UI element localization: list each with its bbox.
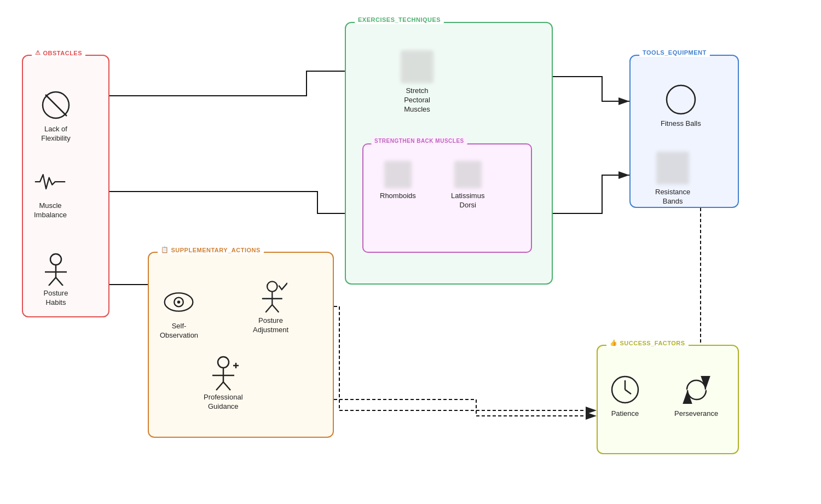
- muscle-imbalance-node: Muscle Imbalance: [34, 165, 67, 220]
- posture-adjustment-label: Posture Adjustment: [253, 316, 288, 335]
- svg-line-17: [272, 304, 279, 312]
- exercises-group: EXERCISES_TECHNIQUES Stretch Pectoral Mu…: [345, 22, 553, 285]
- patience-node: Patience: [609, 373, 641, 419]
- rhomboids-label: Rhomboids: [380, 192, 416, 201]
- latissimus-image: [454, 161, 482, 188]
- svg-line-16: [265, 304, 272, 312]
- lack-flexibility-label: Lack of Flexibility: [41, 125, 70, 143]
- lack-flexibility-node: Lack of Flexibility: [39, 89, 72, 143]
- exercises-label: EXERCISES_TECHNIQUES: [355, 15, 444, 24]
- canvas: Posture Adjustment (inside supplementary…: [0, 0, 821, 504]
- svg-line-27: [625, 390, 631, 394]
- muscle-imbalance-icon: [34, 165, 67, 198]
- self-observation-label: Self- Observation: [160, 322, 198, 340]
- posture-habits-icon: [39, 253, 72, 286]
- posture-adjustment-icon: [255, 280, 287, 313]
- supplementary-label: 📋 SUPPLEMENTARY_ACTIONS: [158, 245, 264, 254]
- self-observation-node: Self- Observation: [160, 286, 198, 340]
- posture-habits-node: Posture Habits: [39, 253, 72, 308]
- patience-label: Patience: [611, 409, 639, 419]
- thumbsup-icon: 👍: [610, 339, 618, 346]
- posture-habits-label: Posture Habits: [44, 289, 68, 308]
- svg-line-8: [56, 277, 63, 286]
- latissimus-node: Latissimus Dorsi: [451, 161, 484, 210]
- patience-icon: [609, 373, 641, 406]
- obstacles-group: ⚠ OBSTACLES Lack of Flexibility Muscle I…: [22, 55, 109, 317]
- resistance-bands-node: Resistance Bands: [655, 152, 690, 206]
- svg-line-21: [216, 382, 223, 390]
- fitness-balls-label: Fitness Balls: [661, 119, 701, 129]
- stretch-pectoral-image: [401, 50, 433, 83]
- svg-point-18: [218, 357, 229, 368]
- svg-point-4: [50, 254, 61, 265]
- perseverance-label: Perseverance: [674, 409, 718, 419]
- fitness-balls-icon: [664, 83, 697, 116]
- perseverance-node: Perseverance: [674, 373, 718, 419]
- posture-adjustment-node: Posture Adjustment: [253, 280, 288, 335]
- clipboard-icon: 📋: [161, 246, 169, 253]
- success-group: 👍 SUCCESS_FACTORS Patience: [597, 345, 739, 454]
- svg-point-12: [177, 300, 181, 304]
- resistance-bands-image: [656, 152, 689, 184]
- professional-guidance-node: Professional Guidance: [204, 357, 243, 412]
- svg-point-13: [267, 281, 277, 291]
- professional-guidance-icon: [207, 357, 240, 390]
- svg-line-3: [45, 95, 67, 116]
- self-observation-icon: [163, 286, 195, 318]
- professional-guidance-label: Professional Guidance: [204, 393, 243, 412]
- strengthen-label: STRENGTHEN BACK MUSCLES: [371, 137, 467, 145]
- svg-line-22: [223, 382, 230, 390]
- stretch-pectoral-label: Stretch Pectoral Muscles: [404, 86, 430, 114]
- perseverance-icon: [680, 373, 713, 406]
- supplementary-group: 📋 SUPPLEMENTARY_ACTIONS Self- Observatio…: [148, 252, 334, 438]
- tools-label: TOOLS_EQUIPMENT: [639, 48, 710, 57]
- tools-group: TOOLS_EQUIPMENT Fitness Balls Resistance…: [629, 55, 739, 208]
- svg-point-9: [667, 85, 695, 114]
- resistance-bands-label: Resistance Bands: [655, 188, 690, 206]
- warning-icon: ⚠: [35, 49, 41, 56]
- lack-flexibility-icon: [39, 89, 72, 121]
- obstacles-label: ⚠ OBSTACLES: [32, 48, 85, 57]
- rhomboids-image: [384, 161, 412, 188]
- stretch-pectoral-node: Stretch Pectoral Muscles: [401, 50, 433, 114]
- success-label: 👍 SUCCESS_FACTORS: [606, 338, 689, 347]
- latissimus-label: Latissimus Dorsi: [451, 192, 484, 210]
- muscle-imbalance-label: Muscle Imbalance: [34, 201, 67, 220]
- fitness-balls-node: Fitness Balls: [661, 83, 701, 129]
- svg-line-7: [49, 277, 56, 286]
- rhomboids-node: Rhomboids: [380, 161, 416, 201]
